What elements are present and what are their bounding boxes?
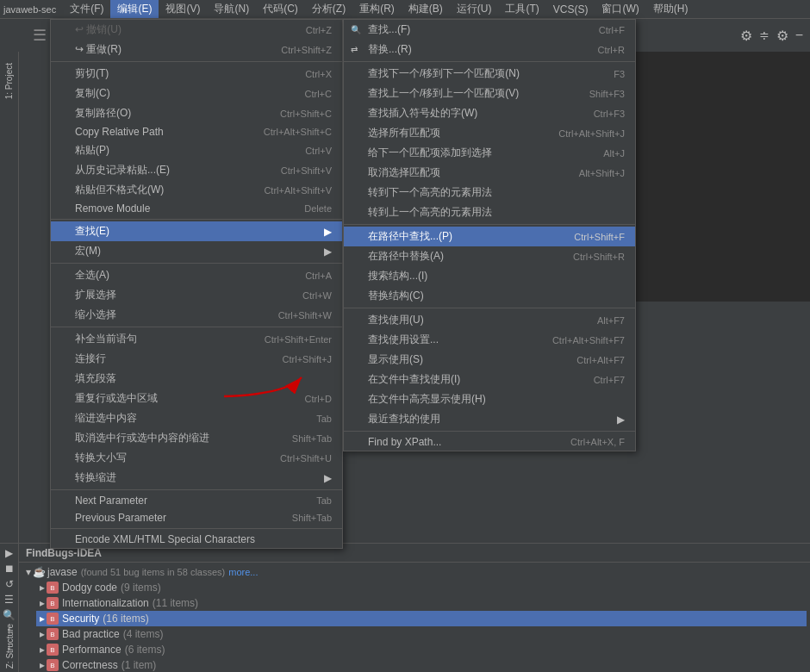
menu-item-find[interactable]: 查找(E) ▶ [51, 221, 342, 241]
menu-item-prev-param[interactable]: Previous Parameter Shift+Tab [51, 509, 342, 526]
menu-item-shrink-selection[interactable]: 缩小选择 Ctrl+Shift+W [51, 305, 342, 325]
performance-count: (6 items) [125, 644, 165, 656]
menu-refactor[interactable]: 重构(R) [352, 0, 402, 18]
menu-item-redo[interactable]: ↪ 重做(R) Ctrl+Shift+Z [51, 40, 342, 59]
find-replace-struct[interactable]: 替换结构(C) [344, 286, 635, 306]
bug-correctness[interactable]: ▸ B Correctness (1 item) [36, 657, 807, 672]
menu-item-unindent[interactable]: 取消选中行或选中内容的缩进 Shift+Tab [51, 428, 342, 448]
bottom-icon-1[interactable]: ▶ [5, 547, 13, 559]
tree-root[interactable]: ▾ ☕ javase (found 51 bug items in 58 cla… [22, 564, 807, 580]
find-next-highlighted[interactable]: 转到下一个高亮的元素用法 [344, 183, 635, 202]
menu-item-indent[interactable]: 缩进选中内容 Tab [51, 408, 342, 428]
bug-performance[interactable]: ▸ B Performance (6 items) [36, 642, 807, 657]
root-more-link[interactable]: more... [228, 567, 258, 577]
find-word-label: 查找插入符号处的字(W) [368, 106, 477, 121]
app-title: javaweb-sec [3, 4, 56, 15]
another-gear-icon[interactable]: ⚙ [776, 28, 788, 44]
find-in-path[interactable]: 在路径中查找...(P) Ctrl+Shift+F [344, 227, 635, 246]
find-replace[interactable]: ⇄ 替换...(R) Ctrl+R [344, 40, 635, 59]
project-tab[interactable]: 1: Project [1, 55, 18, 107]
bug-internationalization[interactable]: ▸ B Internationalization (11 items) [36, 595, 807, 611]
menu-item-paste-plain[interactable]: 粘贴但不格式化(W) Ctrl+Alt+Shift+V [51, 180, 342, 200]
sep-3 [51, 263, 342, 264]
remove-module-label: Remove Module [75, 202, 150, 215]
menu-code[interactable]: 代码(C) [256, 0, 305, 18]
find-add-next[interactable]: 给下一个匹配项添加到选择 Alt+J [344, 143, 635, 163]
find-label: 查找(E) [75, 224, 109, 239]
menu-item-copy[interactable]: 复制(C) Ctrl+C [51, 84, 342, 103]
find-in-file-usages[interactable]: 在文件中查找使用(I) Ctrl+F7 [344, 370, 635, 389]
find-select-all-occurrences[interactable]: 选择所有匹配项 Ctrl+Alt+Shift+J [344, 123, 635, 143]
menu-help[interactable]: 帮助(H) [646, 0, 695, 18]
find-prev-highlighted[interactable]: 转到上一个高亮的元素用法 [344, 202, 635, 222]
find-usages[interactable]: 查找使用(U) Alt+F7 [344, 310, 635, 330]
find-recent-usages-arrow: ▶ [617, 414, 625, 426]
dodgy-expand-icon: ▸ [40, 582, 45, 594]
macro-label: 宏(M) [75, 244, 101, 258]
menu-item-undo[interactable]: ↩ 撤销(U) Ctrl+Z [51, 20, 342, 40]
undo-shortcut: Ctrl+Z [306, 25, 332, 35]
settings-gear-icon[interactable]: ⚙ [740, 28, 752, 44]
menu-view[interactable]: 视图(V) [159, 0, 207, 18]
menu-edit[interactable]: 编辑(E) [110, 0, 159, 18]
find-by-xpath[interactable]: Find by XPath... Ctrl+Alt+X, F [344, 433, 635, 451]
find-add-next-shortcut: Alt+J [603, 148, 625, 159]
find-deselect[interactable]: 取消选择匹配项 Alt+Shift+J [344, 163, 635, 183]
menu-item-select-all[interactable]: 全选(A) Ctrl+A [51, 265, 342, 285]
menu-analyze[interactable]: 分析(Z) [305, 0, 352, 18]
menu-item-encode-xml[interactable]: Encode XML/HTML Special Characters [51, 531, 342, 548]
find-recent-usages[interactable]: 最近查找的使用 ▶ [344, 409, 635, 429]
bug-security[interactable]: ▸ B Security (16 items) [36, 611, 807, 626]
project-icon[interactable]: ☰ [33, 26, 47, 45]
find-word-shortcut: Ctrl+F3 [594, 109, 625, 119]
menu-item-paste-history[interactable]: 从历史记录粘贴...(E) Ctrl+Shift+V [51, 160, 342, 180]
menu-item-macro[interactable]: 宏(M) ▶ [51, 241, 342, 261]
menu-item-complete-statement[interactable]: 补全当前语句 Ctrl+Shift+Enter [51, 329, 342, 349]
find-word-at-caret[interactable]: 查找插入符号处的字(W) Ctrl+F3 [344, 103, 635, 123]
find-by-xpath-shortcut: Ctrl+Alt+X, F [570, 437, 625, 447]
menu-tools[interactable]: 工具(T) [498, 0, 545, 18]
menu-navigate[interactable]: 导航(N) [207, 0, 256, 18]
find-prev[interactable]: 查找上一个/移到上一个匹配项(V) Shift+F3 [344, 84, 635, 103]
menu-item-fill-paragraph[interactable]: 填充段落 [51, 369, 342, 389]
menu-item-duplicate-line[interactable]: 重复行或选中区域 Ctrl+D [51, 389, 342, 408]
menu-item-toggle-case[interactable]: 转换大小写 Ctrl+Shift+U [51, 448, 342, 468]
edit-menu-dropdown: ↩ 撤销(U) Ctrl+Z ↪ 重做(R) Ctrl+Shift+Z 剪切(T… [50, 19, 343, 549]
menu-item-next-param[interactable]: Next Parameter Tab [51, 492, 342, 509]
find-highlight-in-file[interactable]: 在文件中高亮显示使用(H) [344, 389, 635, 409]
menu-item-remove-module[interactable]: Remove Module Delete [51, 200, 342, 217]
z-structure-tab[interactable]: Z: Structure [0, 620, 19, 672]
bug-dodgy-code[interactable]: ▸ B Dodgy code (9 items) [36, 580, 807, 595]
intl-count: (11 items) [153, 597, 198, 609]
menu-item-extend-selection[interactable]: 扩展选择 Ctrl+W [51, 285, 342, 305]
menu-item-join-lines[interactable]: 连接行 Ctrl+Shift+J [51, 349, 342, 369]
bottom-icon-5[interactable]: 🔍 [3, 609, 16, 621]
find-usages-settings[interactable]: 查找使用设置... Ctrl+Alt+Shift+F7 [344, 330, 635, 350]
bottom-icon-2[interactable]: ⏹ [4, 563, 15, 575]
find-replace-in-path-shortcut: Ctrl+Shift+R [573, 252, 625, 262]
find-search-struct[interactable]: 搜索结构...(I) [344, 266, 635, 286]
find-find[interactable]: 🔍 查找...(F) Ctrl+F [344, 20, 635, 40]
find-show-usages[interactable]: 显示使用(S) Ctrl+Alt+F7 [344, 350, 635, 370]
menu-item-paste[interactable]: 粘贴(P) Ctrl+V [51, 140, 342, 160]
menu-file[interactable]: 文件(F) [63, 0, 110, 18]
menu-item-cut[interactable]: 剪切(T) Ctrl+X [51, 64, 342, 84]
menu-item-copy-path[interactable]: 复制路径(O) Ctrl+Shift+C [51, 103, 342, 123]
find-icon: 🔍 [351, 25, 361, 34]
bottom-icon-4[interactable]: ☰ [4, 594, 14, 606]
menu-item-copy-relative-path[interactable]: Copy Relative Path Ctrl+Alt+Shift+C [51, 123, 342, 140]
find-in-path-shortcut: Ctrl+Shift+F [574, 232, 625, 242]
find-next[interactable]: 查找下一个/移到下一个匹配项(N) F3 [344, 64, 635, 84]
sep-2 [51, 219, 342, 220]
layout-icon[interactable]: ≑ [759, 28, 770, 42]
bug-bad-practice[interactable]: ▸ B Bad practice (4 items) [36, 626, 807, 642]
menu-run[interactable]: 运行(U) [450, 0, 499, 18]
find-replace-in-path[interactable]: 在路径中替换(A) Ctrl+Shift+R [344, 246, 635, 266]
minimize-icon[interactable]: − [795, 28, 803, 43]
menu-item-convert-indent[interactable]: 转换缩进 ▶ [51, 468, 342, 488]
menu-build[interactable]: 构建(B) [402, 0, 450, 18]
bottom-icon-3[interactable]: ↺ [5, 578, 14, 590]
project-label: 1: Project [4, 63, 14, 99]
menu-vcs[interactable]: VCS(S) [546, 2, 595, 17]
menu-window[interactable]: 窗口(W) [595, 0, 645, 18]
